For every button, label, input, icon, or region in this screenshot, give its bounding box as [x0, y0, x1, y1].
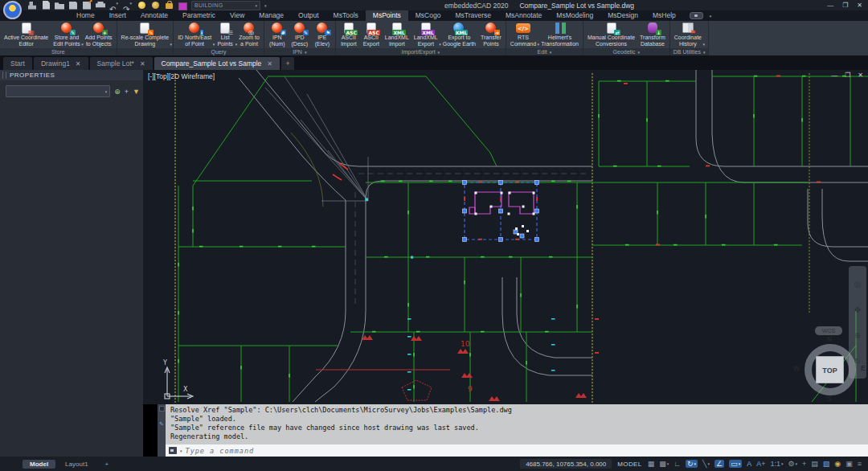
layer-color-swatch[interactable]: ▾ [178, 1, 188, 10]
MsTools[interactable]: MsTools [326, 10, 366, 21]
Annotate[interactable]: Annotate [133, 10, 175, 21]
pan-icon[interactable]: ✥ [854, 305, 861, 314]
new-file-icon[interactable]: ▾ [41, 1, 51, 10]
chevron-down-icon[interactable]: ▾ [667, 461, 669, 466]
undo-icon[interactable]: ↶▾ [109, 1, 120, 10]
viewport-controls-label[interactable]: [-][Top][2D Wireframe] [148, 72, 215, 80]
ipe-elev-button[interactable]: IPE (Elev) ▾ [311, 22, 334, 47]
ascii-export-button[interactable]: ASCII Export ▾ [360, 22, 383, 47]
close-tab-icon[interactable]: ✕ [76, 60, 81, 68]
add-points-to-objects-button[interactable]: Add Points to Objects ▾ [83, 22, 115, 47]
layer-thaw-icon[interactable]: ▾ [150, 1, 161, 10]
MsPoints[interactable]: MsPoints [366, 10, 408, 21]
Insert[interactable]: Insert [102, 10, 133, 21]
annotation-visibility-icon[interactable]: A▾ [747, 460, 751, 468]
close-tab-icon[interactable]: ✕ [267, 60, 272, 68]
chevron-down-icon[interactable]: ▾ [739, 461, 741, 466]
close-tab-icon[interactable]: ✕ [140, 60, 145, 68]
object-snap-icon[interactable]: ▭▾ [729, 460, 742, 468]
active-coordinate-editor-button[interactable]: Active Coordinate Editor ▾ [2, 22, 51, 47]
layer-lock-icon[interactable]: ▾ [164, 1, 174, 10]
save-icon[interactable]: ▾ [68, 1, 79, 10]
command-dock-grip[interactable]: ✎ [158, 404, 166, 457]
ribbon-group-label[interactable]: Edit▾ [506, 48, 583, 55]
open-folder-icon[interactable]: ▾ [55, 1, 65, 10]
customization-icon[interactable]: ≡▾ [858, 460, 862, 468]
Manage[interactable]: Manage [252, 10, 291, 21]
MsDesign[interactable]: MsDesign [600, 10, 645, 21]
viewcube-south[interactable]: S [827, 395, 832, 403]
chevron-down-icon[interactable]: ▾ [180, 448, 182, 453]
new-drawing-tab-button[interactable]: + [281, 57, 294, 70]
chevron-down-icon[interactable]: ▾ [796, 461, 798, 466]
properties-object-select[interactable]: ▾ [6, 85, 110, 97]
viewcube-east[interactable]: E [861, 364, 866, 372]
restore-button[interactable]: ❐ [842, 2, 848, 9]
filter-icon[interactable]: ▼ [133, 87, 140, 96]
app-logo-icon[interactable] [3, 1, 22, 19]
dropdown-caret-icon[interactable]: ▾ [129, 1, 132, 6]
chevron-down-icon[interactable]: ▾ [781, 461, 784, 466]
Output[interactable]: Output [291, 10, 326, 21]
cad-linework[interactable]: 10 9 [143, 70, 868, 404]
Start[interactable]: Start ✕ [3, 57, 32, 70]
viewport-restore-icon[interactable]: ❐ [845, 72, 850, 79]
viewcube-top-face[interactable]: TOP [816, 356, 844, 383]
clean-screen-icon[interactable]: ▣▾ [845, 460, 853, 468]
flyout-caret-icon[interactable]: ▾ [170, 42, 173, 47]
MsHelp[interactable]: MsHelp [645, 10, 683, 21]
command-history[interactable]: Resolve Xref "Sample": C:\Users\clch\Doc… [166, 404, 868, 444]
wcs-menu[interactable]: WCS [815, 326, 842, 335]
landxml-import-button[interactable]: LandXML Import ▾ [383, 22, 411, 47]
chevron-down-icon[interactable]: ▾ [694, 461, 697, 466]
quick-select-icon[interactable]: ⊕ [114, 87, 121, 96]
ipd-desc-button[interactable]: IPD (Desc) ▾ [289, 22, 311, 47]
stamp-icon[interactable]: ▾ [27, 1, 38, 10]
MsAnnotate[interactable]: MsAnnotate [498, 10, 549, 21]
viewcube-west[interactable]: W [793, 364, 800, 372]
annotation-scale-button[interactable]: 1:1▾ [770, 460, 783, 468]
autoscale-icon[interactable]: A+▾ [756, 460, 765, 468]
Model[interactable]: Model [23, 460, 55, 469]
isolate-objects-icon[interactable]: ◉▾ [834, 460, 841, 468]
osnap-tracking-icon[interactable]: ∠▾ [714, 460, 724, 468]
transfer-points-button[interactable]: Transfer Points ▾ [478, 22, 504, 47]
ribbon-group-label[interactable]: IPN▾ [264, 48, 335, 55]
selected-lots[interactable] [463, 181, 539, 242]
viewcube[interactable]: N E S W TOP [796, 335, 864, 404]
list-points-button[interactable]: List Points ▾ [214, 22, 236, 47]
isodraft-icon[interactable]: ╲▾ [702, 460, 710, 468]
minimize-button[interactable]: — [827, 2, 833, 9]
properties-panel-header[interactable]: PROPERTIES [0, 70, 143, 80]
flyout-caret-icon[interactable]: ▾ [702, 42, 705, 47]
ribbon-group-label[interactable]: Geodetic▾ [583, 48, 669, 55]
Parametric[interactable]: Parametric [175, 10, 223, 21]
chevron-down-icon[interactable]: ▾ [708, 461, 710, 466]
close-button[interactable]: ✕ [857, 2, 862, 9]
helmert-transformation-button[interactable]: Helmert's Transformation ▾ [538, 22, 581, 47]
layer-combobox[interactable]: BUILDING ▾ [191, 1, 260, 10]
snap-mode-icon[interactable]: ▩▾ [659, 460, 669, 468]
model-space-indicator[interactable]: MODEL [617, 461, 641, 468]
ribbon-group-label[interactable]: Query▾ [174, 48, 264, 55]
command-window-icon[interactable] [159, 406, 165, 412]
rts-command-button[interactable]: RTS Command ▾ [508, 22, 538, 47]
id-north-east-of-point-button[interactable]: ID North/East of Point ▾ [175, 22, 214, 47]
graphics-performance-icon[interactable]: ▧▾ [823, 460, 830, 468]
redo-icon[interactable]: ↷▾ [123, 1, 133, 10]
workspace-icon[interactable]: ⚙▾ [788, 460, 797, 468]
polar-tracking-icon[interactable]: ↻▾ [686, 460, 698, 468]
ribbon-group-label[interactable]: DB Utilities▾ [670, 48, 709, 55]
MsTraverse[interactable]: MsTraverse [448, 10, 498, 21]
grid-toggle-icon[interactable]: ▦▾ [648, 460, 655, 468]
View[interactable]: View [223, 10, 252, 21]
viewport-minimize-icon[interactable]: — [831, 72, 837, 79]
ribbon-display-toggle[interactable]: ▾ [690, 10, 712, 21]
save-as-icon[interactable]: ▾ [82, 1, 92, 10]
pick-point-icon[interactable]: + [125, 87, 129, 96]
dropdown-caret-icon[interactable]: ▾ [116, 1, 118, 6]
quick-properties-icon[interactable]: ▤▾ [811, 460, 818, 468]
ribbon-group-label[interactable]: Import/Export▾ [336, 48, 506, 55]
export-to-google-earth-button[interactable]: Export to Google Earth ▾ [440, 22, 478, 47]
viewcube-north[interactable]: N [827, 335, 833, 343]
